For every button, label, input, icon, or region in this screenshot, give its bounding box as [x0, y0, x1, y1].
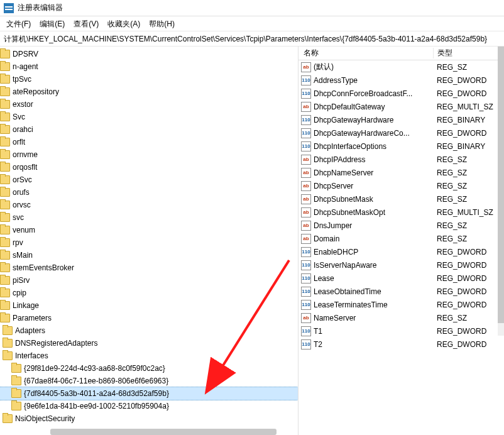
tree-item[interactable]: Adapters	[0, 324, 298, 337]
tree-h-scrollbar[interactable]	[50, 429, 277, 435]
tree-item[interactable]: {29f81de9-224d-4c93-aa68-8c0f59f0c2ac}	[0, 362, 298, 375]
value-row[interactable]: abDhcpSubnetMaskREG_SZ	[299, 192, 504, 206]
tree-item[interactable]: exstor	[0, 98, 298, 111]
tree-item[interactable]: orSvc	[0, 173, 298, 186]
tree-item[interactable]: venum	[0, 224, 298, 236]
folder-icon	[11, 364, 21, 373]
binary-value-icon: 110	[301, 300, 311, 310]
column-type[interactable]: 类型	[434, 48, 504, 58]
column-name[interactable]: 名称	[299, 48, 434, 58]
value-row[interactable]: 110T2REG_DWORD	[299, 338, 504, 351]
value-row[interactable]: ab(默认)REG_SZ	[299, 60, 504, 74]
tree-item[interactable]: orvsc	[0, 199, 298, 211]
values-v-scrollbar-track[interactable]	[498, 47, 504, 336]
value-row[interactable]: abDhcpIPAddressREG_SZ	[299, 153, 504, 166]
folder-icon	[0, 251, 10, 260]
tree-item[interactable]: NsiObjectSecurity	[0, 412, 298, 425]
tree-item[interactable]: orahci	[0, 123, 298, 136]
tree-item[interactable]: {9e6fe1da-841b-ee9d-1002-5210fb95904a}	[0, 400, 298, 412]
value-row[interactable]: 110LeaseObtainedTimeREG_DWORD	[299, 285, 504, 298]
tree-item[interactable]: orufs	[0, 186, 298, 199]
value-type: REG_MULTI_SZ	[433, 208, 493, 217]
value-name: DhcpServer	[314, 182, 433, 190]
folder-icon	[0, 75, 10, 84]
value-row[interactable]: 110LeaseREG_DWORD	[299, 272, 504, 285]
tree-item-label: orSvc	[13, 175, 32, 184]
tree-item[interactable]: piSrv	[0, 274, 298, 287]
menu-favorites[interactable]: 收藏夹(A)	[107, 19, 140, 28]
value-row[interactable]: abDhcpServerREG_SZ	[299, 179, 504, 192]
tree-item[interactable]: Linkage	[0, 299, 298, 312]
tree-item[interactable]: cpip	[0, 287, 298, 299]
menu-edit[interactable]: 编辑(E)	[40, 19, 65, 28]
tree-item[interactable]: {67dae8f4-06c7-11ee-b869-806e6f6e6963}	[0, 375, 298, 387]
value-row[interactable]: 110T1REG_DWORD	[299, 324, 504, 338]
content-split: DPSRVn-agenttpSvcateRepositoryexstorSvco…	[0, 47, 504, 435]
menubar: 文件(F) 编辑(E) 查看(V) 收藏夹(A) 帮助(H)	[0, 16, 504, 31]
folder-icon	[0, 276, 10, 285]
tree-item[interactable]: Parameters	[0, 312, 298, 324]
tree-item[interactable]: Svc	[0, 111, 298, 123]
tree-item[interactable]: tpSvc	[0, 73, 298, 85]
tree-item[interactable]: ateRepository	[0, 85, 298, 98]
address-bar[interactable]: 计算机\HKEY_LOCAL_MACHINE\SYSTEM\CurrentCon…	[0, 31, 504, 47]
value-type: REG_SZ	[433, 195, 467, 204]
titlebar: 注册表编辑器	[0, 0, 504, 16]
value-type: REG_DWORD	[433, 327, 486, 336]
values-list[interactable]: ab(默认)REG_SZ110AddressTypeREG_DWORD110Dh…	[299, 60, 504, 435]
menu-file[interactable]: 文件(F)	[6, 19, 31, 28]
tree-item[interactable]: DNSRegisteredAdapters	[0, 337, 298, 350]
folder-icon	[11, 377, 21, 385]
values-pane: 名称 类型 ab(默认)REG_SZ110AddressTypeREG_DWOR…	[299, 47, 504, 435]
tree-item[interactable]: svc	[0, 211, 298, 224]
tree-item-label: ateRepository	[13, 87, 59, 96]
value-name: DhcpNameServer	[314, 168, 433, 177]
tree-item[interactable]: {7df84405-5a3b-4011-a2a4-68d3d52af59b}	[0, 387, 298, 400]
tree-item[interactable]: orflt	[0, 136, 298, 148]
value-row[interactable]: abDhcpNameServerREG_SZ	[299, 166, 504, 179]
value-name: LeaseTerminatesTime	[314, 300, 433, 309]
value-row[interactable]: abDhcpSubnetMaskOptREG_MULTI_SZ	[299, 206, 504, 219]
folder-icon	[0, 87, 10, 96]
tree-item[interactable]: sMain	[0, 249, 298, 262]
tree-item-label: orahci	[13, 125, 33, 134]
tree-item-label: Parameters	[13, 314, 52, 322]
value-row[interactable]: abDnsJumperREG_SZ	[299, 219, 504, 232]
value-type: REG_MULTI_SZ	[433, 102, 493, 111]
tree-item[interactable]: n-agent	[0, 60, 298, 73]
value-row[interactable]: 110AddressTypeREG_DWORD	[299, 74, 504, 87]
tree-item[interactable]: DPSRV	[0, 48, 298, 60]
value-row[interactable]: 110DhcpInterfaceOptionsREG_BINARY	[299, 140, 504, 153]
value-row[interactable]: 110DhcpGatewayHardwareREG_BINARY	[299, 113, 504, 126]
value-row[interactable]: 110LeaseTerminatesTimeREG_DWORD	[299, 298, 504, 311]
value-row[interactable]: 110EnableDHCPREG_DWORD	[299, 245, 504, 258]
folder-icon	[11, 389, 21, 398]
folder-icon	[0, 188, 10, 197]
value-name: T2	[314, 340, 433, 349]
value-type: REG_DWORD	[433, 287, 486, 296]
value-row[interactable]: abNameServerREG_SZ	[299, 311, 504, 324]
values-v-scrollbar-thumb[interactable]	[498, 47, 504, 323]
tree-item-label: Adapters	[15, 326, 45, 335]
tree-item-label: Svc	[13, 113, 25, 121]
tree-item-label: {7df84405-5a3b-4011-a2a4-68d3d52af59b}	[24, 389, 169, 398]
value-row[interactable]: 110IsServerNapAwareREG_DWORD	[299, 258, 504, 272]
menu-help[interactable]: 帮助(H)	[149, 19, 175, 28]
tree-item-label: venum	[13, 226, 35, 234]
tree-pane[interactable]: DPSRVn-agenttpSvcateRepositoryexstorSvco…	[0, 47, 299, 435]
tree-item[interactable]: stemEventsBroker	[0, 262, 298, 274]
tree-item[interactable]: orqosflt	[0, 161, 298, 173]
value-row[interactable]: abDomainREG_SZ	[299, 232, 504, 245]
tree-item[interactable]: Interfaces	[0, 350, 298, 362]
tree-item[interactable]: ornvme	[0, 148, 298, 161]
value-type: REG_DWORD	[433, 261, 486, 270]
value-name: AddressType	[314, 76, 433, 85]
value-row[interactable]: 110DhcpGatewayHardwareCo...REG_DWORD	[299, 126, 504, 140]
value-name: EnableDHCP	[314, 248, 433, 256]
value-row[interactable]: 110DhcpConnForceBroadcastF...REG_DWORD	[299, 87, 504, 100]
value-name: DhcpGatewayHardware	[314, 116, 433, 124]
value-row[interactable]: abDhcpDefaultGatewayREG_MULTI_SZ	[299, 100, 504, 113]
tree-item[interactable]: rpv	[0, 236, 298, 249]
menu-view[interactable]: 查看(V)	[74, 19, 99, 28]
tree-item-label: piSrv	[13, 276, 30, 285]
